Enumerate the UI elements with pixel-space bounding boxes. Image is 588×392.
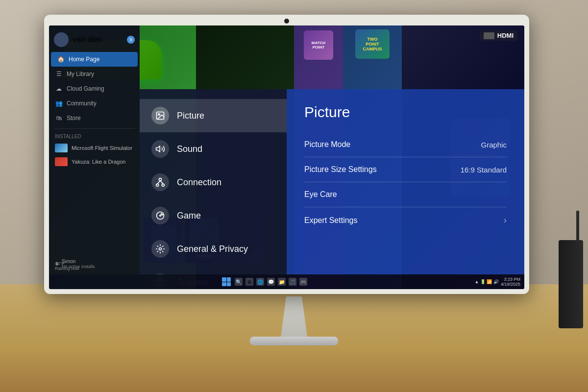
svg-line-6 xyxy=(157,181,160,184)
menu-item-sound[interactable]: Sound xyxy=(140,132,287,166)
svg-marker-2 xyxy=(156,146,160,152)
settings-row-picture-size[interactable]: Picture Size Settings 16:9 Standard xyxy=(304,157,507,182)
expert-settings-label: Expert Settings xyxy=(304,216,358,225)
picture-size-label: Picture Size Settings xyxy=(304,165,377,174)
menu-item-general[interactable]: General & Privacy xyxy=(140,232,287,266)
sidebar-game-flight[interactable]: Microsoft Flight Simulator xyxy=(49,141,140,155)
settings-row-eye-care[interactable]: Eye Care xyxy=(304,182,507,207)
win-tile-1 xyxy=(222,277,226,282)
taskbar: 🔍 ⊞ 🌐 💬 📁 🎵 🎮 ▲ 🔋 📶 🔊 3:23 PM 4/19/2025 xyxy=(49,274,524,289)
home-icon: 🏠 xyxy=(57,55,65,63)
general-menu-label: General & Privacy xyxy=(177,244,248,254)
sidebar-community-label: Community xyxy=(67,100,97,107)
svg-point-1 xyxy=(158,114,160,115)
store-icon: 🛍 xyxy=(55,114,63,122)
community-icon: 👥 xyxy=(55,99,63,107)
sidebar-divider xyxy=(54,128,135,129)
game-menu-label: Game xyxy=(177,211,201,221)
browser-icon[interactable]: 🌐 xyxy=(256,278,264,286)
flight-sim-label: Microsoft Flight Simulator xyxy=(72,145,132,151)
win-tile-2 xyxy=(227,277,231,282)
weather-desc: Raining now xyxy=(55,266,79,271)
campus-thumb: TWOPOINTCAMPUS xyxy=(355,29,390,59)
win-tile-4 xyxy=(227,282,231,287)
sidebar-library-label: My Library xyxy=(67,71,94,77)
svg-point-10 xyxy=(161,214,162,215)
settings-overlay: Picture Sound xyxy=(140,89,524,274)
media-icon[interactable]: 🎵 xyxy=(289,278,296,286)
yakuza-thumb xyxy=(55,157,68,166)
sidebar-item-store[interactable]: 🛍 Store xyxy=(49,111,140,125)
connection-menu-icon xyxy=(151,173,169,191)
library-icon: ☰ xyxy=(55,70,63,78)
general-menu-icon xyxy=(151,240,169,258)
matchpoint-label: MATCHPOINT xyxy=(312,41,325,49)
file-explorer-icon[interactable]: 📁 xyxy=(278,278,286,286)
svg-point-3 xyxy=(159,178,162,181)
expert-settings-arrow: › xyxy=(504,215,507,225)
picture-size-value: 16:9 Standard xyxy=(461,166,507,174)
task-view-icon[interactable]: ⊞ xyxy=(245,278,253,286)
matchpoint-thumb: MATCHPOINT xyxy=(304,30,333,60)
taskbar-center: 🔍 ⊞ 🌐 💬 📁 🎵 🎮 xyxy=(54,276,475,287)
sidebar-item-home[interactable]: 🏠 Home Page xyxy=(51,52,138,67)
sidebar-cloud-label: Cloud Gaming xyxy=(67,85,104,92)
clock-time: 3:23 PM xyxy=(501,277,520,282)
chat-icon[interactable]: 💬 xyxy=(267,278,275,286)
hdmi-label: HDMI xyxy=(497,32,514,39)
picture-menu-label: Picture xyxy=(177,111,204,121)
settings-panel-title: Picture xyxy=(304,104,507,121)
sidebar-item-library[interactable]: ☰ My Library xyxy=(49,67,140,81)
win-tile-3 xyxy=(222,282,226,287)
svg-line-7 xyxy=(160,181,163,184)
sidebar-user[interactable]: van dien 9 xyxy=(49,29,140,50)
connection-menu-label: Connection xyxy=(177,177,221,188)
settings-row-picture-mode[interactable]: Picture Mode Graphic xyxy=(304,132,507,157)
sidebar-section-installed: Installed xyxy=(49,132,140,141)
hdmi-icon xyxy=(484,32,494,39)
menu-item-picture[interactable]: Picture xyxy=(140,99,287,132)
settings-panel: Picture Picture Mode Graphic Picture Siz… xyxy=(287,89,524,274)
windows-button[interactable] xyxy=(221,276,232,287)
picture-menu-icon xyxy=(151,107,169,124)
webcam xyxy=(284,19,289,24)
monitor-base xyxy=(250,337,338,345)
weather-temp: 64°F xyxy=(55,261,64,266)
menu-item-game[interactable]: Game xyxy=(140,199,287,232)
menu-item-connection[interactable]: Connection xyxy=(140,166,287,199)
sidebar-item-community[interactable]: 👥 Community xyxy=(49,96,140,111)
game-bar-icon[interactable]: 🎮 xyxy=(299,278,307,286)
system-tray-icons: ▲ 🔋 📶 🔊 xyxy=(475,279,499,284)
svg-point-11 xyxy=(159,248,162,250)
taskbar-right: ▲ 🔋 📶 🔊 3:23 PM 4/19/2025 xyxy=(475,277,524,287)
picture-mode-value: Graphic xyxy=(481,141,507,149)
sound-menu-icon xyxy=(151,140,169,158)
search-taskbar-icon[interactable]: 🔍 xyxy=(235,278,243,286)
settings-menu: Picture Sound xyxy=(140,89,287,274)
sidebar-game-yakuza[interactable]: Yakuza: Like a Dragon xyxy=(49,155,140,169)
picture-mode-label: Picture Mode xyxy=(304,140,350,149)
sidebar: van dien 9 🏠 Home Page ☰ My Library ☁ Cl… xyxy=(49,25,140,274)
monitor-outer: HDMI MATCHPOINT TWO xyxy=(44,15,529,294)
svg-point-4 xyxy=(156,184,159,186)
sidebar-notification: 9 xyxy=(127,36,135,44)
sidebar-item-cloud[interactable]: ☁ Cloud Gaming xyxy=(49,81,140,96)
router xyxy=(559,240,583,328)
settings-row-expert-settings[interactable]: Expert Settings › xyxy=(304,207,507,233)
yakuza-label: Yakuza: Like a Dragon xyxy=(72,159,125,165)
router-antenna xyxy=(576,211,579,243)
weather-info: 64°F Raining now xyxy=(49,260,140,272)
screen: HDMI MATCHPOINT TWO xyxy=(49,25,524,289)
svg-point-5 xyxy=(162,184,164,186)
sidebar-username: van dien xyxy=(73,35,102,44)
cloud-icon: ☁ xyxy=(55,85,63,93)
game-menu-icon xyxy=(151,207,169,224)
sidebar-home-label: Home Page xyxy=(69,56,99,63)
campus-game-label: TWOPOINTCAMPUS xyxy=(363,37,382,51)
clock-date: 4/19/2025 xyxy=(501,282,520,287)
flight-sim-thumb xyxy=(55,144,68,152)
eye-care-label: Eye Care xyxy=(304,190,337,199)
sidebar-avatar xyxy=(54,32,69,47)
clock: 3:23 PM 4/19/2025 xyxy=(501,277,520,287)
sound-menu-label: Sound xyxy=(177,144,202,154)
